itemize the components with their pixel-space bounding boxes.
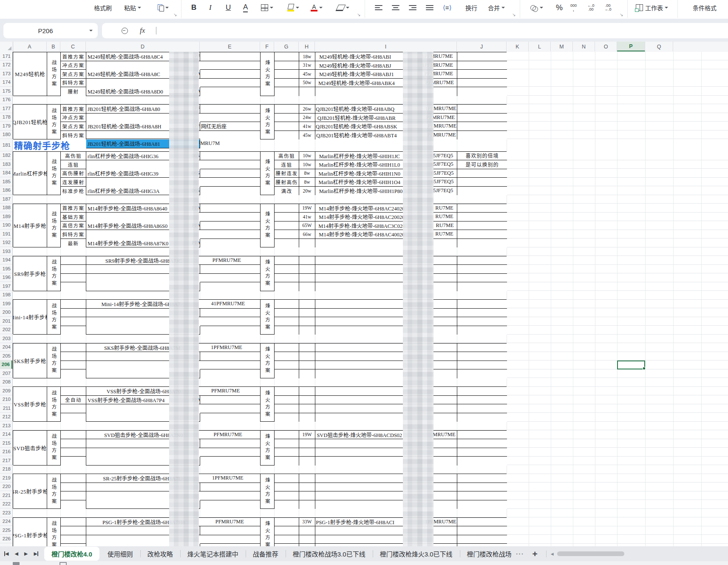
dialog-launcher-icon[interactable]: ↘: [512, 12, 516, 17]
cell-E210[interactable]: [200, 396, 261, 405]
clear-format-button[interactable]: [337, 0, 349, 15]
cell-J189[interactable]: [457, 213, 507, 221]
cell-J194[interactable]: [457, 256, 507, 265]
cell-E205[interactable]: [200, 352, 261, 361]
cell-I207[interactable]: [315, 369, 457, 378]
cell-J204[interactable]: [457, 344, 507, 352]
cell-G216[interactable]: [275, 448, 299, 457]
row-header-202[interactable]: 202: [0, 326, 12, 335]
sheet-tab-橙门楼改枪战场[interactable]: 橙门楼改枪战场: [460, 546, 512, 561]
cell-C171[interactable]: 首推方案: [61, 52, 86, 61]
row-header-189[interactable]: 189: [0, 212, 12, 221]
cell-G171[interactable]: [275, 52, 299, 61]
cell-I217[interactable]: [315, 457, 457, 466]
cell-C172[interactable]: 冲点方案: [61, 61, 86, 70]
cell-C205[interactable]: [61, 352, 86, 361]
cell-E186[interactable]: [200, 187, 261, 196]
cell-H224[interactable]: 33W: [299, 518, 315, 527]
row-header-180[interactable]: 180: [0, 131, 12, 139]
row-header-213[interactable]: 213: [0, 421, 12, 430]
cell-J184[interactable]: [457, 169, 507, 178]
gun-name-cell[interactable]: PSG-1射手步枪: [13, 518, 47, 547]
cell-C224[interactable]: [61, 518, 86, 527]
name-box[interactable]: P206: [3, 23, 98, 38]
cell-J221[interactable]: [457, 491, 507, 500]
cell-H189[interactable]: 41w: [299, 213, 315, 221]
cell-I185[interactable]: Marlin杠杆步枪-烽火地带-6HIH1O465JF7EQ5: [315, 178, 457, 187]
blaze-plan-cell[interactable]: 烽火方案: [261, 105, 275, 139]
cell-I196[interactable]: [315, 274, 457, 283]
row-header-201[interactable]: 201: [0, 317, 12, 326]
cell-J180[interactable]: [457, 131, 507, 140]
cell-E185[interactable]: [200, 178, 261, 187]
cell-H227[interactable]: [299, 544, 315, 546]
format-painter-button[interactable]: 格式刷: [94, 0, 112, 15]
column-header-B[interactable]: B: [47, 42, 60, 51]
gun-name-cell[interactable]: VSS射手步枪: [13, 387, 47, 422]
cell-I224[interactable]: PSG-1射手步枪-烽火地带-6H8ACI1PFMRU7ME: [315, 518, 457, 527]
row-header-215[interactable]: 215: [0, 439, 12, 448]
cell-H209[interactable]: [299, 387, 315, 396]
cell-C226[interactable]: [61, 535, 86, 544]
column-header-K[interactable]: K: [507, 42, 529, 51]
cell-E179[interactable]: 网红无后座: [200, 122, 261, 131]
cell-G188[interactable]: [275, 204, 299, 213]
row-header-193[interactable]: 193: [0, 247, 12, 256]
cell-H175[interactable]: [299, 87, 315, 96]
row-header-205[interactable]: 205: [0, 352, 12, 361]
justify-button[interactable]: [426, 0, 433, 15]
first-sheet-button[interactable]: ◀: [4, 551, 8, 556]
cell-J195[interactable]: [457, 265, 507, 274]
cell-C183[interactable]: 连狙: [61, 160, 86, 169]
cell-J220[interactable]: [457, 483, 507, 492]
row-header-219[interactable]: 219: [0, 474, 12, 483]
row-header-187[interactable]: 187: [0, 195, 12, 204]
cell-H184[interactable]: 8w: [299, 169, 315, 178]
cell-I174[interactable]: M249轻机枪-烽火地带-6H8ABK4PFMRU7ME: [315, 79, 457, 88]
row-header-225[interactable]: 225: [0, 526, 12, 535]
row-header-192[interactable]: 192: [0, 238, 12, 247]
cell-H182[interactable]: 10w: [299, 152, 315, 161]
italic-button[interactable]: I: [209, 0, 212, 15]
cell-C174[interactable]: 斜特方案: [61, 79, 86, 88]
row-header-174[interactable]: 174: [0, 78, 12, 87]
cell-C214[interactable]: [61, 431, 86, 440]
cell-C197[interactable]: [61, 282, 86, 291]
cell-E211[interactable]: [200, 404, 261, 413]
cell-I173[interactable]: M249轻机枪-烽火地带-6H8ABJ1PFMRU7ME: [315, 70, 457, 79]
battlefield-plan-cell[interactable]: 战场方案: [47, 344, 61, 378]
dialog-launcher-icon[interactable]: ↘: [357, 12, 360, 17]
cell-I177[interactable]: QJB201轻机枪-烽火地带-6H8ABQ1PFMRU7ME: [315, 105, 457, 114]
cell-I197[interactable]: [315, 282, 457, 291]
cell-E190[interactable]: [200, 221, 261, 230]
cell-G225[interactable]: [275, 526, 299, 535]
cell-J197[interactable]: [457, 282, 507, 291]
font-color-button[interactable]: A: [311, 0, 323, 15]
cell-E192[interactable]: [200, 239, 261, 248]
horizontal-scrollbar[interactable]: [557, 551, 624, 556]
cell-G178[interactable]: [275, 114, 299, 122]
cell-G206[interactable]: [275, 361, 299, 370]
cell-G174[interactable]: [275, 79, 299, 88]
cell-J219[interactable]: [457, 474, 507, 483]
row-header-200[interactable]: 200: [0, 308, 12, 317]
cell-H200[interactable]: [299, 309, 315, 318]
cell-H206[interactable]: [299, 361, 315, 370]
cell-C200[interactable]: [61, 309, 86, 318]
cell-H217[interactable]: [299, 457, 315, 466]
cell-E201[interactable]: [200, 317, 261, 326]
cell-I219[interactable]: [315, 474, 457, 483]
cell-C204[interactable]: [61, 344, 86, 352]
cell-H171[interactable]: 18w: [299, 52, 315, 61]
row-header-224[interactable]: 224: [0, 517, 12, 526]
blaze-plan-cell[interactable]: 烽火方案: [261, 387, 275, 422]
cell-G196[interactable]: [275, 274, 299, 283]
cell-J183[interactable]: 是可以换别的: [457, 160, 507, 169]
row-header-210[interactable]: 210: [0, 395, 12, 404]
cell-J174[interactable]: [457, 79, 507, 88]
cell-H191[interactable]: 66w: [299, 230, 315, 239]
cell-J225[interactable]: [457, 526, 507, 535]
blaze-plan-cell[interactable]: 烽火方案: [261, 300, 275, 335]
paste-special-button[interactable]: [158, 0, 169, 15]
selected-cell-P206[interactable]: [617, 361, 645, 369]
